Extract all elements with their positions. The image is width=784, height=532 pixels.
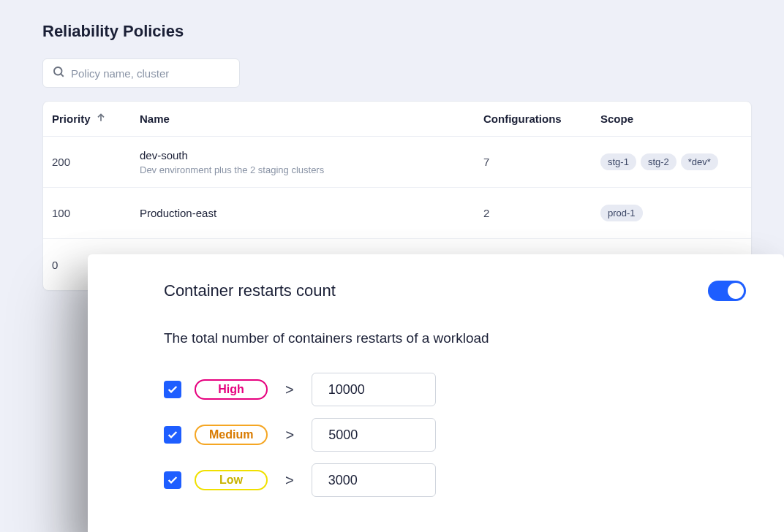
scope-chips: prod-1 <box>600 205 742 221</box>
column-configurations[interactable]: Configurations <box>483 113 600 125</box>
level-pill-medium: Medium <box>195 425 268 445</box>
sort-ascending-icon <box>95 112 107 126</box>
scope-chip[interactable]: stg-2 <box>641 153 676 170</box>
search-box[interactable] <box>42 58 240 88</box>
enable-toggle[interactable] <box>708 281 746 301</box>
panel-title: Container restarts count <box>164 281 336 300</box>
operator: > <box>281 427 298 444</box>
threshold-row-medium: Medium > <box>164 418 746 452</box>
column-priority[interactable]: Priority <box>52 112 140 126</box>
threshold-row-low: Low > <box>164 463 746 497</box>
threshold-checkbox[interactable] <box>164 426 181 444</box>
level-pill-high: High <box>195 379 268 400</box>
table-row[interactable]: 200 dev-south Dev environment plus the 2… <box>43 137 751 188</box>
priority-value: 200 <box>52 156 140 168</box>
priority-value: 100 <box>52 207 140 219</box>
scope-chips: stg-1 stg-2 *dev* <box>600 153 742 170</box>
svg-point-0 <box>54 67 62 75</box>
threshold-input-low[interactable] <box>312 463 436 497</box>
policy-description: Dev environment plus the 2 staging clust… <box>140 164 483 175</box>
search-input[interactable] <box>71 67 230 80</box>
policy-name: dev-south <box>140 149 483 162</box>
check-icon <box>167 384 178 395</box>
scope-chip[interactable]: *dev* <box>681 153 718 170</box>
scope-chip[interactable]: prod-1 <box>600 205 643 221</box>
check-icon <box>167 474 178 486</box>
configurations-value: 2 <box>483 207 600 219</box>
search-icon <box>52 65 65 81</box>
policy-name: Production-east <box>140 207 483 219</box>
scope-chip[interactable]: stg-1 <box>600 153 636 170</box>
operator: > <box>281 472 298 489</box>
configurations-value: 7 <box>483 156 600 168</box>
column-name[interactable]: Name <box>140 113 483 125</box>
table-row[interactable]: 100 Production-east 2 prod-1 <box>43 188 751 239</box>
column-priority-label: Priority <box>52 113 91 125</box>
operator: > <box>281 381 298 398</box>
svg-line-1 <box>61 74 63 76</box>
column-scope[interactable]: Scope <box>600 113 742 125</box>
threshold-row-high: High > <box>164 373 746 406</box>
panel-description: The total number of containers restarts … <box>164 330 746 346</box>
table-header: Priority Name Configurations Scope <box>43 102 751 137</box>
check-icon <box>167 429 178 441</box>
threshold-input-high[interactable] <box>312 373 436 406</box>
threshold-checkbox[interactable] <box>164 381 181 398</box>
threshold-input-medium[interactable] <box>312 418 436 452</box>
level-pill-low: Low <box>195 470 268 490</box>
page-title: Reliability Policies <box>42 22 784 41</box>
config-panel: Container restarts count The total numbe… <box>88 254 784 532</box>
threshold-checkbox[interactable] <box>164 471 181 489</box>
